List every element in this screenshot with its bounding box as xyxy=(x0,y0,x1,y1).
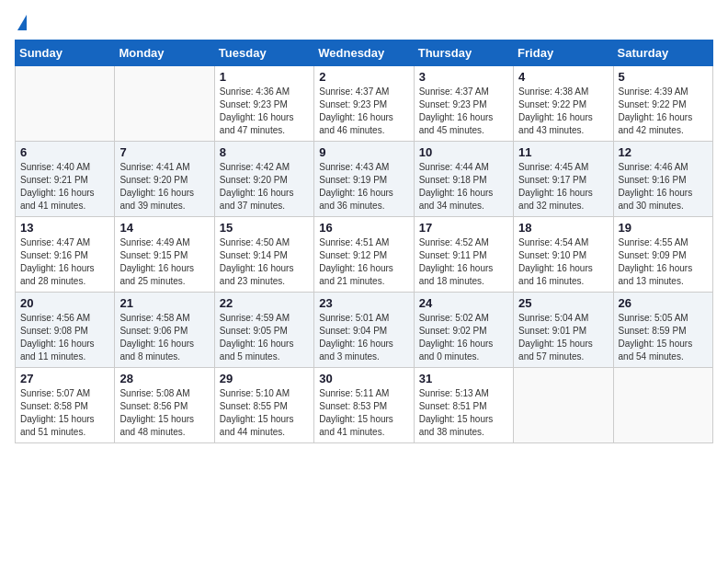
day-number: 2 xyxy=(319,70,408,84)
day-info: Sunrise: 5:10 AM Sunset: 8:55 PM Dayligh… xyxy=(220,387,309,439)
day-info: Sunrise: 4:47 AM Sunset: 9:16 PM Dayligh… xyxy=(20,236,109,288)
day-info: Sunrise: 4:50 AM Sunset: 9:14 PM Dayligh… xyxy=(220,236,309,288)
calendar-cell: 2Sunrise: 4:37 AM Sunset: 9:23 PM Daylig… xyxy=(314,66,414,142)
calendar-cell: 9Sunrise: 4:43 AM Sunset: 9:19 PM Daylig… xyxy=(314,142,414,217)
col-header-saturday: Saturday xyxy=(613,40,712,66)
day-info: Sunrise: 4:59 AM Sunset: 9:05 PM Dayligh… xyxy=(220,312,309,363)
day-number: 14 xyxy=(119,221,209,235)
day-number: 12 xyxy=(619,145,708,159)
calendar-cell: 6Sunrise: 4:40 AM Sunset: 9:21 PM Daylig… xyxy=(16,142,115,217)
calendar-cell: 1Sunrise: 4:36 AM Sunset: 9:23 PM Daylig… xyxy=(214,66,313,142)
calendar-cell: 8Sunrise: 4:42 AM Sunset: 9:20 PM Daylig… xyxy=(214,142,313,217)
day-info: Sunrise: 4:55 AM Sunset: 9:09 PM Dayligh… xyxy=(619,236,708,288)
day-number: 4 xyxy=(518,70,608,84)
calendar-cell: 21Sunrise: 4:58 AM Sunset: 9:06 PM Dayli… xyxy=(115,293,214,368)
calendar-cell xyxy=(613,368,712,443)
calendar-cell: 19Sunrise: 4:55 AM Sunset: 9:09 PM Dayli… xyxy=(613,217,712,293)
day-number: 6 xyxy=(20,145,109,159)
calendar-cell: 22Sunrise: 4:59 AM Sunset: 9:05 PM Dayli… xyxy=(214,293,313,368)
day-info: Sunrise: 5:07 AM Sunset: 8:58 PM Dayligh… xyxy=(20,387,109,439)
col-header-sunday: Sunday xyxy=(16,40,115,66)
day-number: 19 xyxy=(619,221,708,235)
day-number: 24 xyxy=(419,296,508,310)
logo xyxy=(15,15,27,32)
day-info: Sunrise: 4:37 AM Sunset: 9:23 PM Dayligh… xyxy=(419,86,508,137)
day-info: Sunrise: 5:01 AM Sunset: 9:04 PM Dayligh… xyxy=(319,312,408,363)
day-number: 16 xyxy=(319,221,408,235)
day-number: 11 xyxy=(518,145,608,159)
day-number: 15 xyxy=(220,221,309,235)
day-number: 18 xyxy=(518,221,608,235)
day-number: 17 xyxy=(419,221,508,235)
calendar-cell: 5Sunrise: 4:39 AM Sunset: 9:22 PM Daylig… xyxy=(613,66,712,142)
calendar-cell: 28Sunrise: 5:08 AM Sunset: 8:56 PM Dayli… xyxy=(115,368,214,443)
day-info: Sunrise: 4:52 AM Sunset: 9:11 PM Dayligh… xyxy=(419,236,508,288)
calendar-cell xyxy=(514,368,613,443)
calendar-cell: 29Sunrise: 5:10 AM Sunset: 8:55 PM Dayli… xyxy=(214,368,313,443)
day-number: 7 xyxy=(119,145,209,159)
day-number: 1 xyxy=(220,70,309,84)
day-info: Sunrise: 4:43 AM Sunset: 9:19 PM Dayligh… xyxy=(319,161,408,213)
col-header-friday: Friday xyxy=(514,40,613,66)
calendar-cell: 16Sunrise: 4:51 AM Sunset: 9:12 PM Dayli… xyxy=(314,217,414,293)
day-number: 10 xyxy=(419,145,508,159)
day-number: 29 xyxy=(220,372,309,385)
day-number: 5 xyxy=(619,70,708,84)
day-info: Sunrise: 4:41 AM Sunset: 9:20 PM Dayligh… xyxy=(119,161,209,213)
calendar-cell: 10Sunrise: 4:44 AM Sunset: 9:18 PM Dayli… xyxy=(414,142,513,217)
calendar-cell: 7Sunrise: 4:41 AM Sunset: 9:20 PM Daylig… xyxy=(115,142,214,217)
calendar-week-row: 1Sunrise: 4:36 AM Sunset: 9:23 PM Daylig… xyxy=(16,66,713,142)
day-info: Sunrise: 4:36 AM Sunset: 9:23 PM Dayligh… xyxy=(220,86,309,137)
day-info: Sunrise: 5:04 AM Sunset: 9:01 PM Dayligh… xyxy=(518,312,608,363)
calendar-cell: 18Sunrise: 4:54 AM Sunset: 9:10 PM Dayli… xyxy=(514,217,613,293)
calendar-cell: 20Sunrise: 4:56 AM Sunset: 9:08 PM Dayli… xyxy=(16,293,115,368)
day-number: 13 xyxy=(20,221,109,235)
calendar-cell: 13Sunrise: 4:47 AM Sunset: 9:16 PM Dayli… xyxy=(16,217,115,293)
day-number: 31 xyxy=(419,372,508,385)
calendar-cell xyxy=(16,66,115,142)
day-info: Sunrise: 4:44 AM Sunset: 9:18 PM Dayligh… xyxy=(419,161,508,213)
calendar-cell: 3Sunrise: 4:37 AM Sunset: 9:23 PM Daylig… xyxy=(414,66,513,142)
day-info: Sunrise: 5:11 AM Sunset: 8:53 PM Dayligh… xyxy=(319,387,408,439)
day-info: Sunrise: 4:56 AM Sunset: 9:08 PM Dayligh… xyxy=(20,312,109,363)
calendar-cell: 4Sunrise: 4:38 AM Sunset: 9:22 PM Daylig… xyxy=(514,66,613,142)
calendar-week-row: 27Sunrise: 5:07 AM Sunset: 8:58 PM Dayli… xyxy=(16,368,713,443)
day-info: Sunrise: 4:51 AM Sunset: 9:12 PM Dayligh… xyxy=(319,236,408,288)
calendar-cell: 15Sunrise: 4:50 AM Sunset: 9:14 PM Dayli… xyxy=(214,217,313,293)
calendar-week-row: 13Sunrise: 4:47 AM Sunset: 9:16 PM Dayli… xyxy=(16,217,713,293)
day-info: Sunrise: 4:38 AM Sunset: 9:22 PM Dayligh… xyxy=(518,86,608,137)
day-info: Sunrise: 4:40 AM Sunset: 9:21 PM Dayligh… xyxy=(20,161,109,213)
calendar-cell: 31Sunrise: 5:13 AM Sunset: 8:51 PM Dayli… xyxy=(414,368,513,443)
day-info: Sunrise: 4:42 AM Sunset: 9:20 PM Dayligh… xyxy=(220,161,309,213)
calendar-cell: 25Sunrise: 5:04 AM Sunset: 9:01 PM Dayli… xyxy=(514,293,613,368)
day-info: Sunrise: 4:58 AM Sunset: 9:06 PM Dayligh… xyxy=(119,312,209,363)
col-header-wednesday: Wednesday xyxy=(314,40,414,66)
day-info: Sunrise: 4:49 AM Sunset: 9:15 PM Dayligh… xyxy=(119,236,209,288)
logo-triangle xyxy=(17,15,27,30)
day-info: Sunrise: 4:46 AM Sunset: 9:16 PM Dayligh… xyxy=(619,161,708,213)
day-number: 23 xyxy=(319,296,408,310)
header-row: SundayMondayTuesdayWednesdayThursdayFrid… xyxy=(16,40,713,66)
calendar-cell: 26Sunrise: 5:05 AM Sunset: 8:59 PM Dayli… xyxy=(613,293,712,368)
calendar-table: SundayMondayTuesdayWednesdayThursdayFrid… xyxy=(15,40,713,443)
day-number: 30 xyxy=(319,372,408,385)
day-info: Sunrise: 4:37 AM Sunset: 9:23 PM Dayligh… xyxy=(319,86,408,137)
day-info: Sunrise: 4:45 AM Sunset: 9:17 PM Dayligh… xyxy=(518,161,608,213)
calendar-cell: 14Sunrise: 4:49 AM Sunset: 9:15 PM Dayli… xyxy=(115,217,214,293)
calendar-cell: 23Sunrise: 5:01 AM Sunset: 9:04 PM Dayli… xyxy=(314,293,414,368)
calendar-cell: 12Sunrise: 4:46 AM Sunset: 9:16 PM Dayli… xyxy=(613,142,712,217)
day-info: Sunrise: 5:13 AM Sunset: 8:51 PM Dayligh… xyxy=(419,387,508,439)
day-number: 3 xyxy=(419,70,508,84)
calendar-week-row: 20Sunrise: 4:56 AM Sunset: 9:08 PM Dayli… xyxy=(16,293,713,368)
page-header xyxy=(15,15,713,32)
calendar-cell: 17Sunrise: 4:52 AM Sunset: 9:11 PM Dayli… xyxy=(414,217,513,293)
day-number: 27 xyxy=(20,372,109,385)
calendar-cell xyxy=(115,66,214,142)
calendar-cell: 27Sunrise: 5:07 AM Sunset: 8:58 PM Dayli… xyxy=(16,368,115,443)
col-header-monday: Monday xyxy=(115,40,214,66)
day-number: 9 xyxy=(319,145,408,159)
day-info: Sunrise: 5:02 AM Sunset: 9:02 PM Dayligh… xyxy=(419,312,508,363)
day-number: 22 xyxy=(220,296,309,310)
calendar-cell: 30Sunrise: 5:11 AM Sunset: 8:53 PM Dayli… xyxy=(314,368,414,443)
day-info: Sunrise: 5:05 AM Sunset: 8:59 PM Dayligh… xyxy=(619,312,708,363)
